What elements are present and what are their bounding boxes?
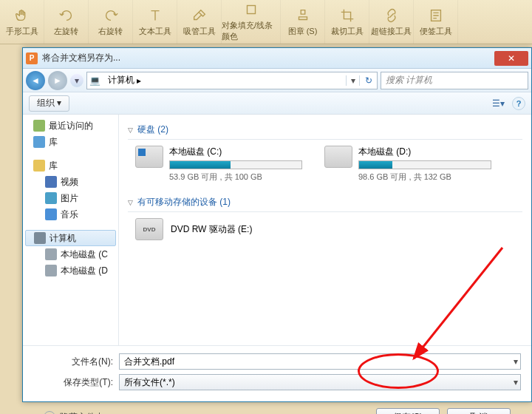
drive-1[interactable]: 本地磁盘 (D:)98.6 GB 可用 , 共 132 GB — [324, 146, 491, 183]
tree-item-lib[interactable]: 库 — [23, 134, 118, 150]
rotr-icon — [103, 7, 119, 24]
recent-locations-button[interactable]: ▾ — [70, 74, 83, 87]
ribbon-link[interactable]: 超链接工具 — [369, 0, 414, 44]
drive-dvd[interactable]: DVD DVD RW 驱动器 (E:) — [135, 218, 522, 240]
group-removable[interactable]: ▽有可移动存储的设备 (1) — [128, 193, 522, 212]
ribbon-pipette[interactable]: 吸管工具 — [177, 0, 222, 44]
help-button[interactable]: ? — [512, 97, 525, 110]
dropdown-icon[interactable]: ▾ — [514, 356, 518, 367]
ribbon-crop[interactable]: 裁切工具 — [325, 0, 369, 44]
svg-rect-0 — [247, 6, 255, 14]
back-button[interactable]: ◄ — [26, 71, 45, 90]
video-icon — [45, 176, 57, 188]
disk-icon — [45, 248, 57, 260]
titlebar: P 将合并文档另存为... ✕ — [23, 48, 531, 69]
crop-icon — [339, 7, 355, 24]
rotl-icon — [58, 7, 75, 24]
app-icon: P — [26, 52, 38, 64]
filetype-label: 保存类型(T): — [33, 376, 119, 389]
ribbon-fill[interactable]: 对象填充/线条颜色 — [222, 0, 281, 44]
view-button[interactable]: ☰▾ — [488, 95, 508, 112]
ribbon-text[interactable]: 文本工具 — [133, 0, 177, 44]
text-icon — [147, 7, 163, 24]
pc-icon — [34, 232, 46, 244]
close-button[interactable]: ✕ — [494, 51, 528, 66]
tree-item-video[interactable]: 视频 — [23, 174, 118, 190]
breadcrumb-segment[interactable]: 计算机 ▸ — [103, 72, 146, 89]
filename-label: 文件名(N): — [33, 356, 119, 368]
ribbon-stamp[interactable]: 图章 (S) — [281, 0, 325, 44]
ribbon-hand[interactable]: 手形工具 — [0, 0, 44, 44]
dialog-body: 最近访问的库库视频图片音乐计算机本地磁盘 (C本地磁盘 (D ▽硬盘 (2) 本… — [23, 115, 531, 345]
tree-item-disk[interactable]: 本地磁盘 (C — [23, 246, 118, 262]
cancel-button[interactable]: 取消 — [447, 408, 511, 414]
hand-icon — [14, 7, 30, 24]
music-icon — [45, 208, 57, 220]
collapse-icon: ▽ — [128, 126, 133, 134]
save-as-dialog: P 将合并文档另存为... ✕ ◄ ► ▾ 💻 计算机 ▸ ▾ ↻ 搜索 计算机… — [22, 47, 532, 402]
tree-item-disk[interactable]: 本地磁盘 (D — [23, 262, 118, 279]
chevron-up-icon: ˄ — [44, 411, 55, 414]
ribbon-toolbar: 手形工具左旋转右旋转文本工具吸管工具对象填充/线条颜色图章 (S)裁切工具超链接… — [0, 0, 532, 44]
ribbon-rotl[interactable]: 左旋转 — [44, 0, 89, 44]
tree-item-recent[interactable]: 最近访问的 — [23, 118, 118, 134]
group-hard-disks[interactable]: ▽硬盘 (2) — [128, 121, 522, 140]
lib-icon — [33, 136, 45, 148]
note-icon — [428, 7, 444, 24]
usage-bar — [169, 160, 302, 169]
nav-row: ◄ ► ▾ 💻 计算机 ▸ ▾ ↻ 搜索 计算机 — [23, 69, 531, 92]
refresh-button[interactable]: ↻ — [359, 75, 377, 86]
dvd-icon: DVD — [135, 218, 163, 240]
tree-item-pic[interactable]: 图片 — [23, 190, 118, 206]
tree-item-pc[interactable]: 计算机 — [25, 230, 116, 246]
link-icon — [383, 7, 400, 24]
form-area: 文件名(N): 合并文档.pdf▾ 保存类型(T): 所有文件(*.*)▾ ˄隐… — [23, 345, 531, 414]
stamp-icon — [295, 7, 311, 24]
pipette-icon — [191, 7, 208, 24]
disk-icon — [135, 146, 163, 168]
recent-icon — [33, 120, 45, 132]
content-pane: ▽硬盘 (2) 本地磁盘 (C:)53.9 GB 可用 , 共 100 GB本地… — [119, 115, 531, 345]
usage-bar — [358, 160, 491, 169]
collapse-icon: ▽ — [128, 199, 133, 206]
search-input[interactable]: 搜索 计算机 — [381, 72, 528, 89]
forward-button[interactable]: ► — [48, 71, 67, 90]
computer-icon: 💻 — [87, 72, 103, 89]
ribbon-note[interactable]: 便签工具 — [414, 0, 458, 44]
dropdown-icon[interactable]: ▾ — [514, 377, 518, 387]
ribbon-rotr[interactable]: 右旋转 — [89, 0, 133, 44]
filename-input[interactable]: 合并文档.pdf▾ — [119, 353, 521, 370]
address-dropdown[interactable]: ▾ — [346, 75, 359, 86]
hide-folders-toggle[interactable]: ˄隐藏文件夹 — [44, 411, 104, 415]
toolbar: 组织 ▾ ☰▾ ? — [23, 92, 531, 115]
pic-icon — [45, 192, 57, 204]
disk-icon — [324, 146, 352, 168]
address-bar[interactable]: 💻 计算机 ▸ ▾ ↻ — [86, 72, 378, 89]
libo-icon — [33, 160, 45, 172]
filetype-select[interactable]: 所有文件(*.*)▾ — [119, 374, 521, 390]
disk-icon — [45, 265, 57, 276]
dialog-title: 将合并文档另存为... — [42, 52, 494, 64]
drive-0[interactable]: 本地磁盘 (C:)53.9 GB 可用 , 共 100 GB — [135, 146, 302, 183]
save-button[interactable]: 保存(S) — [376, 408, 440, 414]
nav-tree: 最近访问的库库视频图片音乐计算机本地磁盘 (C本地磁盘 (D — [23, 115, 119, 345]
tree-item-libo[interactable]: 库 — [23, 157, 118, 174]
tree-item-music[interactable]: 音乐 — [23, 206, 118, 223]
fill-icon — [243, 1, 259, 18]
organize-button[interactable]: 组织 ▾ — [29, 95, 69, 112]
